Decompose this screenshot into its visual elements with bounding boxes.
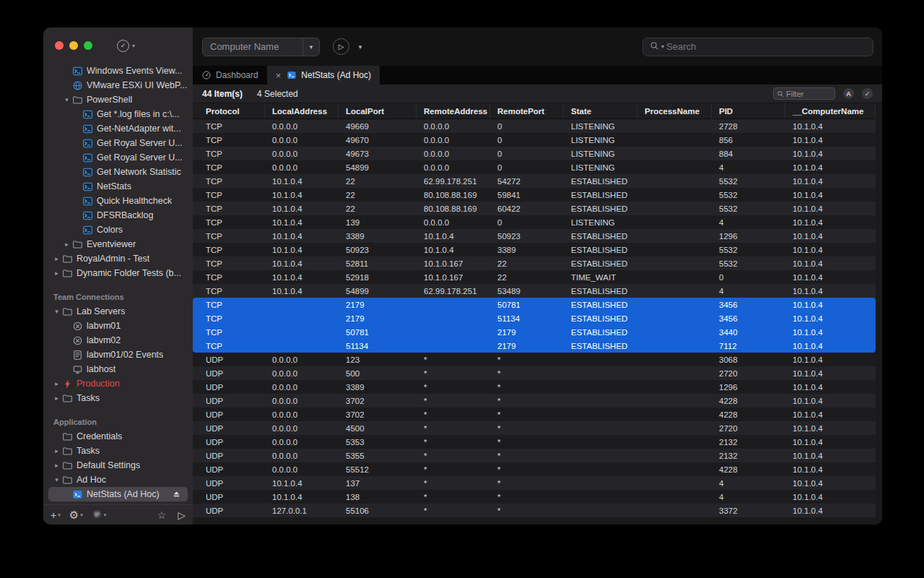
search-input[interactable] (666, 41, 866, 52)
sidebar-item-get-royal-server-u[interactable]: Get Royal Server U... (43, 136, 193, 150)
chevron-down-icon[interactable]: ▾ (62, 96, 71, 103)
table-row[interactable]: UDP10.1.0.4137**410.1.0.4 (193, 476, 876, 490)
table-row[interactable]: TCP10.1.0.42280.108.88.16960422ESTABLISH… (193, 202, 876, 215)
sidebar-item-ad-hoc[interactable]: ▾Ad Hoc (43, 473, 193, 487)
chevron-right-icon[interactable]: ▸ (52, 447, 61, 454)
table-row[interactable]: TCP10.1.0.4338910.1.0.450923ESTABLISHED1… (193, 229, 876, 243)
chevron-right-icon[interactable]: ▸ (52, 380, 61, 387)
table-row[interactable]: UDP0.0.0.03702**422810.1.0.4 (193, 407, 876, 421)
col-header-remoteaddress[interactable]: RemoteAddress (417, 103, 490, 118)
sidebar-item-lab-servers[interactable]: ▾Lab Servers (43, 304, 193, 319)
table-row[interactable]: TCP10.1.0.45281110.1.0.16722ESTABLISHED5… (193, 256, 876, 270)
col-header-pid[interactable]: PID (712, 103, 785, 118)
sidebar-item-netstats-ad-hoc[interactable]: NetStats (Ad Hoc) (48, 487, 188, 501)
filter-field[interactable] (773, 87, 835, 100)
sidebar-item-tasks[interactable]: ▸Tasks (43, 391, 193, 405)
chevron-right-icon[interactable]: ▸ (52, 394, 61, 402)
chevron-right-icon[interactable]: ▸ (62, 241, 71, 248)
eject-icon[interactable] (172, 490, 181, 499)
cell-computername: 10.1.0.4 (785, 353, 876, 366)
filter-apply-button[interactable]: ✓ (862, 88, 873, 99)
sidebar-item-colors[interactable]: Colors (43, 223, 193, 237)
table-row[interactable]: TCP511342179ESTABLISHED711210.1.0.4 (193, 339, 876, 353)
col-header-computername[interactable]: __ComputerName (785, 103, 876, 118)
col-header-localport[interactable]: LocalPort (339, 103, 417, 118)
table-row[interactable]: TCP10.1.0.42280.108.88.16959841ESTABLISH… (193, 188, 876, 202)
chevron-down-icon[interactable]: ▾ (52, 476, 61, 483)
sidebar-item-get-log-files-in-c[interactable]: Get *.log files in c:\... (43, 107, 193, 121)
sidebar-item-netstats[interactable]: NetStats (43, 179, 193, 194)
settings-button[interactable]: ⚙ ▾ (69, 509, 83, 520)
table-row[interactable]: TCP0.0.0.0496690.0.0.00LISTENING272810.1… (193, 119, 876, 133)
cell-remoteaddress: * (417, 366, 490, 380)
search-field[interactable]: ▾ (642, 38, 873, 56)
execute-split-button[interactable]: ▷ ▾ (333, 38, 368, 55)
table-row[interactable]: TCP10.1.0.45092310.1.0.43389ESTABLISHED5… (193, 243, 876, 256)
table-row[interactable]: TCP217951134ESTABLISHED345610.1.0.4 (193, 311, 876, 325)
sidebar-item-default-settings[interactable]: ▸Default Settings (43, 458, 193, 473)
table-row[interactable]: TCP10.1.0.45291810.1.0.16722TIME_WAIT010… (193, 270, 876, 284)
cell-remoteaddress: * (417, 380, 490, 394)
table-row[interactable]: UDP127.0.0.155106**337210.1.0.4 (193, 504, 876, 517)
sidebar-item-production[interactable]: ▸Production (43, 376, 193, 391)
table-row[interactable]: TCP10.1.0.41390.0.0.00LISTENING410.1.0.4 (193, 215, 876, 229)
sidebar-item-royaladmin-test[interactable]: ▸RoyalAdmin - Test (43, 251, 193, 266)
col-header-localaddress[interactable]: LocalAddress (265, 103, 339, 118)
table-row[interactable]: UDP0.0.0.055512**422810.1.0.4 (193, 462, 876, 476)
sidebar-item-vmware-esxi-ui-webp[interactable]: VMware ESXi UI WebP... (43, 78, 193, 92)
sidebar-item-windows-events-view[interactable]: Windows Events View... (43, 64, 193, 78)
computer-name-select[interactable]: Computer Name ▾ (202, 38, 320, 56)
table-row[interactable]: UDP0.0.0.0500**272010.1.0.4 (193, 366, 876, 380)
connect-action-button[interactable]: ✓ ▾ (117, 40, 135, 52)
table-row[interactable]: TCP507812179ESTABLISHED344010.1.0.4 (193, 325, 876, 339)
table-row[interactable]: TCP0.0.0.0548990.0.0.00LISTENING410.1.0.… (193, 160, 876, 174)
sidebar-item-labvm01[interactable]: labvm01 (43, 319, 193, 333)
close-window-button[interactable] (55, 41, 64, 50)
chevron-right-icon[interactable]: ▸ (52, 255, 61, 262)
sidebar-item-dfsrbacklog[interactable]: DFSRBacklog (43, 208, 193, 223)
table-row[interactable]: UDP0.0.0.05355**213210.1.0.4 (193, 449, 876, 462)
chevron-right-icon[interactable]: ▸ (52, 269, 61, 277)
table-row[interactable]: TCP10.1.0.45489962.99.178.25153489ESTABL… (193, 284, 876, 298)
chevron-down-icon[interactable]: ▾ (52, 308, 61, 315)
sidebar-item-credentials[interactable]: Credentials (43, 429, 193, 444)
table-row[interactable]: UDP0.0.0.0123**306810.1.0.4 (193, 353, 876, 366)
tab-dashboard[interactable]: Dashboard (193, 66, 267, 85)
sidebar-item-get-netadapter-wit[interactable]: Get-NetAdapter wit... (43, 121, 193, 136)
zoom-window-button[interactable] (84, 41, 92, 50)
sidebar-item-eventviewer[interactable]: ▸Eventviewer (43, 237, 193, 251)
cell-remoteaddress: * (417, 394, 490, 407)
view-options-button[interactable]: ▾ (92, 509, 107, 521)
sidebar-item-labvm02[interactable]: labvm02 (43, 333, 193, 348)
sidebar-item-dynamic-folder-tests-b[interactable]: ▸Dynamic Folder Tests (b... (43, 266, 193, 280)
table-row[interactable]: UDP10.1.0.4138**410.1.0.4 (193, 490, 876, 504)
col-header-protocol[interactable]: Protocol (193, 103, 265, 118)
table-row[interactable]: TCP217950781ESTABLISHED345610.1.0.4 (193, 298, 876, 311)
sidebar-item-powershell[interactable]: ▾PowerShell (43, 92, 193, 107)
sidebar-item-tasks[interactable]: ▸Tasks (43, 444, 193, 458)
table-row[interactable]: UDP0.0.0.03389**129610.1.0.4 (193, 380, 876, 394)
minimize-window-button[interactable] (69, 41, 78, 50)
sidebar-item-get-royal-server-u[interactable]: Get Royal Server U... (43, 150, 193, 165)
table-row[interactable]: TCP0.0.0.0496730.0.0.00LISTENING88410.1.… (193, 147, 876, 160)
sidebar-item-quick-healthcheck[interactable]: Quick Healthcheck (43, 194, 193, 208)
col-header-remoteport[interactable]: RemotePort (490, 103, 564, 118)
sidebar-item-labvm01-02-events[interactable]: labvm01/02 Events (43, 348, 193, 362)
close-tab-icon[interactable]: × (276, 70, 282, 81)
col-header-processname[interactable]: ProcessName (637, 103, 712, 118)
tab-netstats-ad-hoc[interactable]: ×NetStats (Ad Hoc) (267, 66, 380, 85)
chevron-right-icon[interactable]: ▸ (52, 462, 61, 469)
filter-input[interactable] (786, 90, 832, 98)
sidebar-item-get-network-statistic[interactable]: Get Network Statistic (43, 165, 193, 179)
filter-match-case-button[interactable]: A (843, 88, 854, 99)
table-row[interactable]: UDP0.0.0.05353**213210.1.0.4 (193, 435, 876, 449)
table-row[interactable]: UDP0.0.0.03702**422810.1.0.4 (193, 394, 876, 407)
table-row[interactable]: TCP10.1.0.42262.99.178.25154272ESTABLISH… (193, 174, 876, 188)
sidebar-item-labhost[interactable]: labhost (43, 362, 193, 376)
table-row[interactable]: UDP0.0.0.04500**272010.1.0.4 (193, 421, 876, 435)
run-play-button[interactable]: ▷ (178, 510, 186, 520)
favorite-star-button[interactable]: ☆ (157, 510, 167, 520)
col-header-state[interactable]: State (564, 103, 637, 118)
table-row[interactable]: TCP0.0.0.0496700.0.0.00LISTENING85610.1.… (193, 133, 876, 147)
add-button[interactable]: + ▾ (51, 510, 61, 520)
